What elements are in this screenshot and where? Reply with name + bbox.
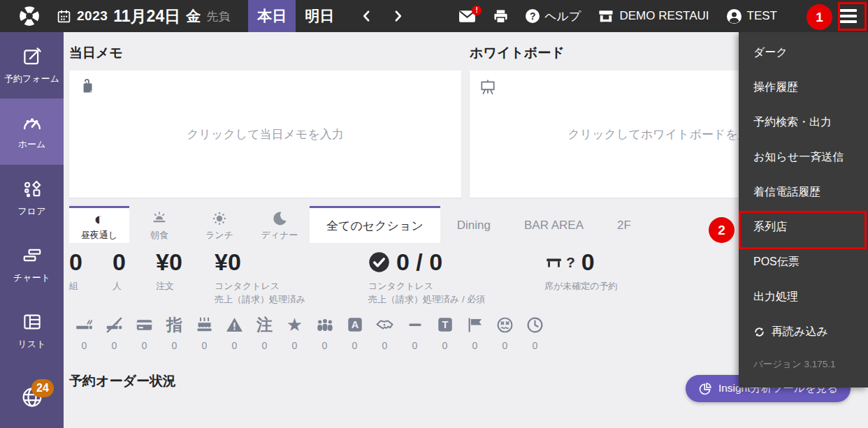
top-header: 2023 11月24日 金 先負 本日 明日 ! ? ヘルプ DEMO REST…: [0, 0, 868, 32]
menu-item-reload[interactable]: 再読み込み: [739, 314, 868, 349]
help-button[interactable]: ? ヘルプ: [526, 8, 581, 24]
credit-card-icon: [135, 316, 154, 334]
counter-value: 0: [292, 340, 298, 351]
sidebar-item-reservation-form[interactable]: 予約フォーム: [0, 32, 64, 98]
counter-value: 0: [352, 340, 358, 351]
handshake-icon: [375, 316, 395, 334]
stat-value: 0: [69, 250, 113, 275]
sidebar-item-label: 予約フォーム: [4, 73, 59, 85]
prev-day-button[interactable]: [360, 9, 374, 23]
counter-note: 注 0: [249, 316, 280, 351]
next-day-button[interactable]: [391, 9, 405, 23]
version-label: バージョン 3.175.1: [739, 349, 868, 380]
table-list-icon: [22, 311, 43, 332]
brand-logo-icon: [19, 6, 40, 27]
dizzy-face-icon: [496, 316, 514, 334]
counter-handshake: 0: [370, 316, 400, 351]
annotation-box-hamburger: [838, 2, 867, 31]
counter-value: 0: [322, 340, 328, 351]
sun-icon: [211, 210, 228, 228]
daily-memo-card[interactable]: クリックして当日メモを入力: [69, 71, 461, 198]
menu-item-reservation-search[interactable]: 予約検索・出力: [739, 105, 868, 140]
user-name: TEST: [747, 9, 777, 23]
counter-t-badge: T 0: [430, 316, 460, 351]
messages-button[interactable]: !: [458, 10, 476, 23]
tab-label: 昼夜通し: [81, 229, 117, 242]
counter-value: 0: [232, 340, 238, 351]
menu-item-label: 再読み込み: [772, 325, 828, 339]
timeline-chart-icon: [22, 245, 43, 266]
tab-today[interactable]: 本日: [248, 0, 296, 32]
sidebar-item-list[interactable]: リスト: [0, 297, 64, 364]
kanji-designation-icon: 指: [166, 316, 182, 334]
stat-label: 席が未確定の予約: [544, 279, 618, 293]
tab-lunch[interactable]: ランチ: [189, 206, 249, 243]
sidebar-item-floor[interactable]: フロア: [0, 165, 64, 231]
print-button[interactable]: [493, 8, 509, 24]
help-label: ヘルプ: [544, 8, 581, 24]
tab-dining[interactable]: Dining: [440, 206, 507, 243]
annotation-step-2: 2: [709, 217, 735, 243]
stat-label: コンタクトレス売上（請求）処理済み / 必須: [368, 279, 544, 307]
tab-breakfast[interactable]: 朝食: [129, 206, 189, 243]
dash-icon: [406, 316, 424, 334]
counter-value: 0: [112, 340, 117, 351]
counter-warning: 0: [219, 316, 249, 351]
counter-flag: 0: [460, 316, 490, 351]
tab-all-sections[interactable]: 全てのセクション: [310, 206, 440, 243]
counter-dizzy: 0: [490, 316, 520, 351]
notification-badge: 24: [31, 379, 54, 397]
date-display[interactable]: 2023 11月24日 金 先負: [57, 6, 230, 27]
counter-designation: 指 0: [159, 316, 189, 351]
birthday-cake-icon: [195, 316, 214, 334]
sidebar-item-label: チャート: [13, 272, 50, 284]
counter-value: 0: [172, 340, 178, 351]
smoking-icon: [75, 316, 94, 334]
menu-item-dark-mode[interactable]: ダーク: [739, 35, 868, 70]
restaurant-name: DEMO RESTAUI: [619, 9, 709, 23]
counter-dash: 0: [400, 316, 430, 351]
counter-birthday: 0: [189, 316, 219, 351]
table-icon: [544, 254, 563, 271]
menu-item-pos-slip[interactable]: POS伝票: [739, 244, 868, 279]
menu-item-output-processing[interactable]: 出力処理: [739, 279, 868, 314]
calendar-icon: [57, 9, 71, 24]
menu-item-operation-history[interactable]: 操作履歴: [739, 70, 868, 105]
sidebar-item-online[interactable]: 24: [0, 364, 64, 428]
hamburger-dropdown-menu: ダーク 操作履歴 予約検索・出力 お知らせ一斉送信 着信電話履歴 系列店 POS…: [739, 32, 868, 388]
sidebar-item-chart[interactable]: チャート: [0, 231, 64, 297]
counter-value: 0: [442, 340, 448, 351]
restaurant-button[interactable]: DEMO RESTAUI: [598, 8, 709, 24]
tab-2f[interactable]: 2F: [600, 206, 648, 243]
stat-value: ¥0: [156, 250, 215, 275]
menu-item-call-history[interactable]: 着信電話履歴: [739, 175, 868, 209]
sidebar-nav: 予約フォーム ホーム フロア チャート リスト 24: [0, 32, 64, 428]
counter-value: 0: [202, 340, 208, 351]
stat-label: 人: [113, 279, 156, 293]
check-circle-icon: [368, 251, 390, 273]
counter-group: 0: [310, 316, 340, 351]
tab-dinner[interactable]: ディナー: [249, 206, 310, 243]
allergy-a-icon: A: [346, 316, 364, 334]
sidebar-item-home[interactable]: ホーム: [0, 98, 64, 165]
user-avatar-icon: [726, 8, 742, 24]
group-icon: [315, 316, 335, 334]
stat-label: コンタクトレス売上（請求）処理済み: [215, 279, 368, 307]
menu-item-broadcast[interactable]: お知らせ一斉送信: [739, 140, 868, 175]
star-icon: ★: [287, 316, 303, 334]
clock-icon: [526, 316, 544, 334]
t-badge-icon: T: [436, 316, 454, 334]
tab-bar-area[interactable]: BAR AREA: [507, 206, 600, 243]
moon-icon: [271, 210, 288, 228]
counter-star: ★ 0: [280, 316, 310, 351]
no-smoking-icon: [105, 316, 124, 334]
day-tabs: 本日 明日: [248, 0, 343, 32]
tab-all-day[interactable]: ◐ 昼夜通し: [69, 206, 129, 243]
counter-clock: 0: [520, 316, 550, 351]
edit-form-icon: [22, 46, 43, 67]
stat-value: 0 / 0: [368, 250, 544, 275]
user-button[interactable]: TEST: [726, 8, 777, 24]
tab-tomorrow[interactable]: 明日: [296, 0, 343, 32]
contrast-icon: ◐: [94, 210, 104, 228]
counter-value: 0: [472, 340, 478, 351]
